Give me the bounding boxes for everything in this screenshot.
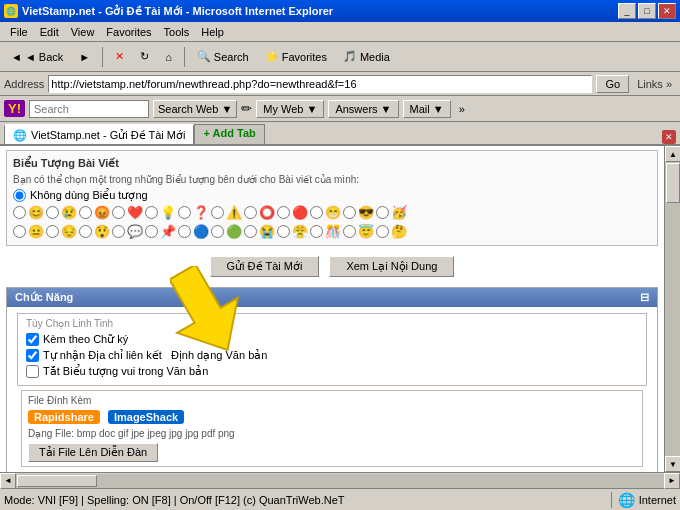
- menu-view[interactable]: View: [65, 24, 101, 40]
- menu-bar: File Edit View Favorites Tools Help: [0, 22, 680, 42]
- collapse-icon[interactable]: ⊟: [640, 291, 649, 304]
- address-input[interactable]: [48, 75, 592, 93]
- emoji-radio-24[interactable]: [376, 225, 389, 238]
- emoji-radio-18[interactable]: [178, 225, 191, 238]
- emoji-radio-8[interactable]: [244, 206, 257, 219]
- sep1: [102, 47, 103, 67]
- internet-icon: 🌐: [618, 492, 635, 508]
- emoji-row-2: 😐 😔 😲 💬 📌 🔵 🟢 😭 😤 🎊 😇 🤔: [13, 224, 407, 239]
- pencil-icon[interactable]: ✏: [241, 101, 252, 116]
- emoji-radio-14[interactable]: [46, 225, 59, 238]
- menu-tools[interactable]: Tools: [158, 24, 196, 40]
- emoji-radio-15[interactable]: [79, 225, 92, 238]
- scroll-down-button[interactable]: ▼: [665, 456, 680, 472]
- h-scroll-track[interactable]: [16, 474, 664, 488]
- favorites-button[interactable]: ⭐ Favorites: [258, 45, 334, 69]
- emoji-radio-10[interactable]: [310, 206, 323, 219]
- checkbox-dia-chi[interactable]: [26, 349, 39, 362]
- emoji-radio-17[interactable]: [145, 225, 158, 238]
- back-icon: ◄: [11, 51, 22, 63]
- emoji-radio-5[interactable]: [145, 206, 158, 219]
- emoji-radio-12[interactable]: [376, 206, 389, 219]
- add-tab-button[interactable]: + Add Tab: [194, 124, 264, 144]
- menu-help[interactable]: Help: [195, 24, 230, 40]
- emoji-22: 🎊: [325, 224, 341, 239]
- active-tab[interactable]: 🌐 VietStamp.net - Gửi Đề Tài Mới: [4, 124, 194, 144]
- imageshack-button[interactable]: ImageShack: [108, 410, 184, 424]
- emoji-radio-19[interactable]: [211, 225, 224, 238]
- emoji-radio-21[interactable]: [277, 225, 290, 238]
- menu-file[interactable]: File: [4, 24, 34, 40]
- scroll-up-button[interactable]: ▲: [665, 146, 680, 162]
- chuc-nang-header: Chức Năng ⊟: [7, 288, 657, 307]
- maximize-button[interactable]: □: [638, 3, 656, 19]
- my-web-button[interactable]: My Web ▼: [256, 100, 324, 118]
- emoji-8: ⭕: [259, 205, 275, 220]
- tab-close-button[interactable]: ✕: [662, 130, 676, 144]
- content-inner: Biểu Tượng Bài Viết Bạn có thể chọn một …: [0, 146, 664, 472]
- favorites-label: Favorites: [282, 51, 327, 63]
- emoji-radio-4[interactable]: [112, 206, 125, 219]
- tab-favicon: 🌐: [13, 129, 27, 142]
- answers-button[interactable]: Answers ▼: [328, 100, 398, 118]
- emoji-radio-6[interactable]: [178, 206, 191, 219]
- emoji-radio-1[interactable]: [13, 206, 26, 219]
- emoji-24: 🤔: [391, 224, 407, 239]
- no-icon-radio[interactable]: [13, 189, 26, 202]
- upload-button[interactable]: Tải File Lên Diễn Đàn: [28, 443, 158, 462]
- links-button[interactable]: Links »: [633, 78, 676, 90]
- window-controls[interactable]: _ □ ✕: [618, 3, 676, 19]
- back-button[interactable]: ◄ ◄ Back: [4, 45, 70, 69]
- checkbox-chu-ky[interactable]: [26, 333, 39, 346]
- stop-button[interactable]: ✕: [108, 45, 131, 69]
- toolbar: ◄ ◄ Back ► ✕ ↻ ⌂ 🔍 Search ⭐ Favorites 🎵 …: [0, 42, 680, 72]
- vertical-scrollbar[interactable]: ▲ ▼: [664, 146, 680, 472]
- close-button[interactable]: ✕: [658, 3, 676, 19]
- rapidshare-button[interactable]: Rapidshare: [28, 410, 100, 424]
- yahoo-search-input[interactable]: [29, 100, 149, 118]
- emoji-13: 😐: [28, 224, 44, 239]
- menu-edit[interactable]: Edit: [34, 24, 65, 40]
- horizontal-scrollbar[interactable]: ◄ ►: [0, 472, 680, 488]
- h-scroll-left-button[interactable]: ◄: [0, 473, 16, 489]
- submit-button[interactable]: Gửi Đề Tài Mới: [210, 256, 320, 277]
- window-icon: 🌐: [4, 4, 18, 18]
- home-button[interactable]: ⌂: [158, 45, 179, 69]
- yahoo-logo: Y!: [4, 100, 25, 117]
- forward-button[interactable]: ►: [72, 45, 97, 69]
- mail-button[interactable]: Mail ▼: [403, 100, 451, 118]
- search-button[interactable]: 🔍 Search: [190, 45, 256, 69]
- search-web-button[interactable]: Search Web ▼: [153, 100, 237, 118]
- refresh-button[interactable]: ↻: [133, 45, 156, 69]
- emoji-21: 😤: [292, 224, 308, 239]
- checkbox-label-2: Tự nhận Địa chỉ liên kết Định dạng Văn b…: [43, 349, 267, 362]
- h-scroll-thumb[interactable]: [17, 475, 97, 487]
- scroll-thumb[interactable]: [666, 163, 680, 203]
- bieu-tuong-title: Biểu Tượng Bài Viết: [13, 157, 651, 170]
- emoji-radio-2[interactable]: [46, 206, 59, 219]
- preview-button[interactable]: Xem Lại Nội Dung: [329, 256, 454, 277]
- status-bar: Mode: VNI [F9] | Spelling: ON [F8] | On/…: [0, 488, 680, 510]
- bieu-tuong-desc: Bạn có thể chọn một trong những Biểu tượ…: [13, 174, 651, 185]
- emoji-radio-11[interactable]: [343, 206, 356, 219]
- emoji-radio-22[interactable]: [310, 225, 323, 238]
- scroll-track[interactable]: [665, 162, 680, 456]
- go-button[interactable]: Go: [596, 75, 629, 93]
- emoji-radio-3[interactable]: [79, 206, 92, 219]
- menu-favorites[interactable]: Favorites: [100, 24, 157, 40]
- emoji-radio-7[interactable]: [211, 206, 224, 219]
- emoji-radio-9[interactable]: [277, 206, 290, 219]
- h-scroll-right-button[interactable]: ►: [664, 473, 680, 489]
- emoji-radio-23[interactable]: [343, 225, 356, 238]
- sep2: [184, 47, 185, 67]
- checkbox-row-1: Kèm theo Chữ ký: [26, 333, 638, 346]
- back-label: ◄ Back: [25, 51, 63, 63]
- minimize-button[interactable]: _: [618, 3, 636, 19]
- emoji-radio-13[interactable]: [13, 225, 26, 238]
- media-button[interactable]: 🎵 Media: [336, 45, 397, 69]
- checkbox-tat-bieu-tuong[interactable]: [26, 365, 39, 378]
- emoji-radio-20[interactable]: [244, 225, 257, 238]
- emoji-radio-16[interactable]: [112, 225, 125, 238]
- more-button[interactable]: »: [455, 103, 469, 115]
- emoji-5: 💡: [160, 205, 176, 220]
